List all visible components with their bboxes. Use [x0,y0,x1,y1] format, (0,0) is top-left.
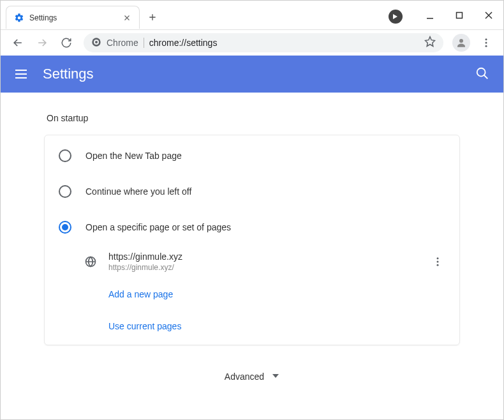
advanced-label: Advanced [225,371,264,382]
startup-page-row: https://ginmule.xyz https://ginmule.xyz/ [45,245,459,278]
browser-tab[interactable]: Settings [6,6,140,29]
hamburger-menu-icon[interactable] [13,66,29,82]
media-control-button[interactable] [389,10,403,24]
svg-point-6 [485,38,487,40]
svg-point-11 [437,257,439,259]
globe-icon [84,255,97,268]
window-close-button[interactable] [474,1,503,30]
page-entry-url: https://ginmule.xyz/ [108,263,430,272]
url-text: chrome://settings [149,38,419,48]
svg-rect-0 [427,18,433,19]
startup-option-newtab[interactable]: Open the New Tab page [45,138,459,174]
add-page-link[interactable]: Add a new page [108,289,173,299]
radio-button[interactable] [59,221,71,234]
search-icon[interactable] [475,66,491,82]
use-current-link[interactable]: Use current pages [108,321,181,331]
startup-card: Open the New Tab page Continue where you… [44,135,460,345]
gear-icon [14,13,24,23]
radio-label: Open a specific page or set of pages [85,222,231,232]
address-bar[interactable]: Chrome chrome://settings [84,33,443,52]
tab-title: Settings [29,13,122,22]
svg-point-4 [95,41,98,43]
more-actions-button[interactable] [430,254,445,269]
new-tab-button[interactable] [145,10,160,25]
back-button[interactable] [7,32,29,54]
reload-button[interactable] [56,32,77,54]
svg-point-9 [477,68,485,77]
use-current-row[interactable]: Use current pages [45,310,459,342]
forward-button[interactable] [31,32,53,54]
section-heading: On startup [47,113,460,123]
minimize-button[interactable] [415,1,445,30]
radio-label: Open the New Tab page [85,151,182,161]
chevron-down-icon [272,371,279,382]
svg-point-13 [437,264,439,266]
svg-point-8 [485,45,487,47]
page-entry-title: https://ginmule.xyz [108,251,430,262]
maximize-button[interactable] [445,1,474,30]
url-scheme: Chrome [107,38,138,48]
kebab-menu-button[interactable] [475,32,497,54]
site-info-icon[interactable] [91,37,101,49]
radio-button[interactable] [59,149,71,162]
svg-point-7 [485,42,487,44]
startup-option-specific[interactable]: Open a specific page or set of pages [45,209,459,245]
profile-avatar[interactable] [452,34,470,52]
bookmark-star-icon[interactable] [424,36,436,50]
close-icon[interactable] [122,13,131,22]
svg-point-5 [459,39,463,43]
page-title: Settings [43,66,475,82]
radio-button[interactable] [59,185,71,198]
svg-point-12 [437,261,439,263]
radio-label: Continue where you left off [85,186,191,197]
advanced-toggle[interactable]: Advanced [44,371,460,382]
startup-option-continue[interactable]: Continue where you left off [45,174,459,209]
divider [144,38,144,48]
svg-rect-1 [457,13,463,19]
add-page-row[interactable]: Add a new page [45,278,459,310]
